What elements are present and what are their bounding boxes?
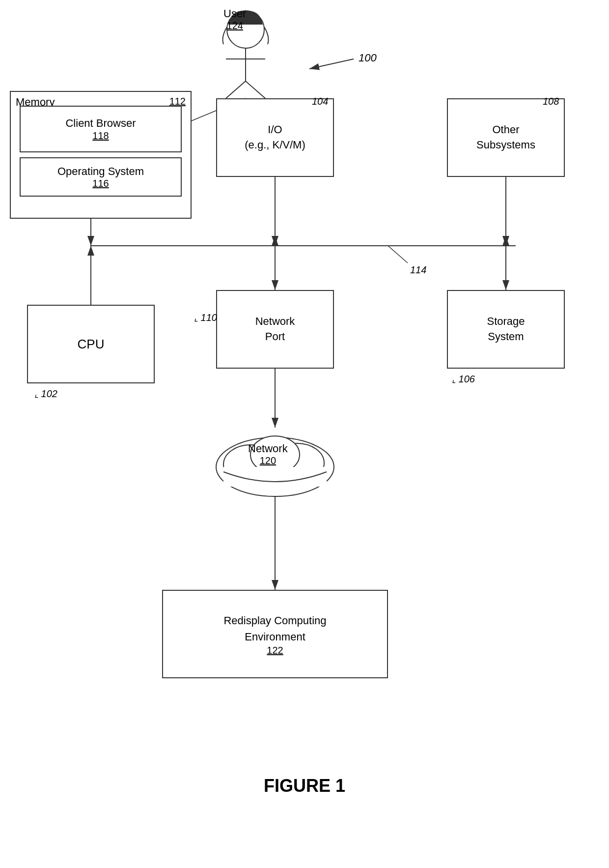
svg-line-6 (246, 81, 265, 98)
redisplay-box: Redisplay ComputingEnvironment 122 (162, 590, 388, 678)
svg-rect-21 (223, 467, 327, 487)
redisplay-label: Redisplay ComputingEnvironment (223, 612, 326, 645)
os-number: 116 (92, 178, 109, 189)
network-port-box: NetworkPort (216, 290, 334, 369)
cpu-ref: ⌞ 102 (34, 388, 57, 400)
network-port-ref: ⌞ 110 (194, 312, 217, 323)
client-browser-number: 118 (92, 130, 109, 142)
other-ref: 108 (543, 96, 559, 107)
client-browser-box: Client Browser 118 (20, 106, 182, 152)
network-port-label: NetworkPort (255, 314, 295, 345)
network-label: Network (248, 442, 288, 455)
user-label: User 124 (223, 7, 246, 31)
svg-line-7 (309, 59, 354, 69)
cpu-box: CPU (27, 305, 155, 383)
client-browser-label: Client Browser (65, 116, 136, 131)
network-number: 120 (248, 455, 288, 466)
user-text: User (223, 7, 246, 20)
user-number: 124 (223, 20, 246, 31)
io-label: I/O(e.g., K/V/M) (245, 122, 305, 153)
storage-ref: ⌞ 106 (452, 374, 475, 385)
operating-system-box: Operating System 116 (20, 157, 182, 197)
storage-system-box: StorageSystem (447, 290, 565, 369)
svg-line-5 (226, 81, 246, 98)
svg-line-23 (388, 246, 408, 263)
other-subsystems-label: OtherSubsystems (476, 122, 535, 153)
network-label-group: Network 120 (248, 442, 288, 466)
figure-label: FIGURE 1 (0, 776, 609, 796)
other-subsystems-box: OtherSubsystems (447, 98, 565, 177)
cpu-label: CPU (78, 337, 105, 352)
io-ref: 104 (312, 96, 328, 107)
diagram: User 124 100 Memory 112 Client Browser 1… (0, 0, 609, 811)
os-label: Operating System (57, 165, 144, 178)
redisplay-number: 122 (267, 645, 283, 656)
bus-ref: 114 (410, 264, 426, 276)
system-ref: 100 (359, 52, 377, 64)
io-box: I/O(e.g., K/V/M) (216, 98, 334, 177)
storage-label: StorageSystem (487, 314, 525, 345)
